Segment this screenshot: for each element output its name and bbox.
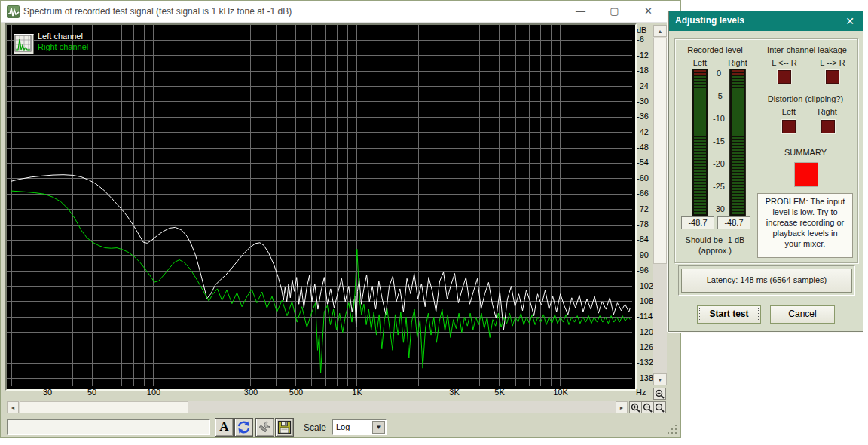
maximize-button[interactable]: ▢ [598, 1, 631, 22]
distortion-label: Distortion (clipping?) [753, 94, 858, 103]
leakage-rl-indicator [826, 70, 839, 84]
vertical-scroll-thumb[interactable] [653, 38, 667, 264]
dialog-title: Adjusting levels [675, 15, 744, 26]
latency-panel: Latency: 148 ms (6564 samples) [678, 265, 855, 296]
horizontal-scrollbar[interactable]: ◄ ► [7, 401, 628, 413]
leakage-rl-label: L --> R [810, 58, 855, 67]
window-title: Spectrum of recorded test signal (test s… [23, 6, 292, 17]
scroll-right-button[interactable]: ► [616, 401, 628, 413]
distortion-right-indicator [821, 120, 835, 134]
dialog-titlebar[interactable]: Adjusting levels ✕ [669, 11, 863, 31]
legend-right-channel: Right channel [38, 42, 88, 51]
distortion-left-indicator [782, 120, 796, 134]
horizontal-scroll-thumb[interactable] [20, 401, 188, 413]
scroll-down-button[interactable]: ▼ [653, 373, 667, 385]
comment-input[interactable] [7, 419, 210, 435]
left-level-meter [692, 69, 708, 216]
leakage-label: Inter-channel leakage [761, 45, 853, 54]
screen: Spectrum of recorded test signal (test s… [0, 0, 868, 445]
scale-label: Scale [304, 422, 326, 433]
problem-message: PROBLEM: The inputlevel is low. Try toin… [757, 193, 853, 258]
y-axis-unit: dB [637, 26, 646, 35]
font-button[interactable]: A [215, 418, 234, 437]
adjusting-levels-dialog: Adjusting levels ✕ Recorded level Left R… [668, 11, 863, 332]
spectrum-plot [7, 25, 632, 386]
recorded-right-label: Right [715, 58, 760, 67]
right-level-value: -48.7 [717, 216, 750, 229]
scroll-up-button[interactable]: ▲ [653, 25, 667, 37]
titlebar[interactable]: Spectrum of recorded test signal (test s… [1, 1, 680, 23]
wrench-button[interactable] [255, 418, 274, 437]
scale-dropdown[interactable]: Log ▼ [332, 419, 387, 435]
distortion-right-label: Right [805, 107, 850, 116]
refresh-button[interactable] [234, 418, 253, 437]
approx-label: (approx.) [670, 246, 760, 255]
left-level-value: -48.7 [681, 216, 714, 229]
x-axis-labels: 30501003005001K3K5K10K [7, 388, 632, 398]
latency-text: Latency: 148 ms (6564 samples) [681, 269, 852, 293]
save-button[interactable] [275, 418, 294, 437]
leakage-lr-indicator [778, 70, 791, 84]
x-axis-unit: Hz [636, 388, 646, 397]
legend-icon[interactable] [14, 34, 34, 54]
should-be-label: Should be -1 dB [670, 235, 760, 244]
dialog-close-button[interactable]: ✕ [842, 14, 858, 29]
close-button[interactable]: ✕ [631, 1, 665, 22]
zoom-out-vertical-button[interactable] [653, 401, 666, 413]
zoom-in-horizontal-button[interactable] [629, 401, 642, 413]
scroll-left-button[interactable]: ◄ [7, 401, 19, 413]
vertical-scrollbar[interactable]: ▲ ▼ [653, 25, 667, 385]
meter-scale: 0-5-10-15-20-25-30 [708, 69, 729, 231]
legend-left-channel: Left channel [38, 32, 83, 41]
spectrum-window: Spectrum of recorded test signal (test s… [0, 0, 681, 438]
minimize-button[interactable]: — [564, 1, 598, 22]
resize-grip[interactable] [668, 425, 678, 435]
leakage-lr-label: L <-- R [762, 58, 807, 67]
chevron-down-icon[interactable]: ▼ [372, 421, 385, 434]
scale-value: Log [336, 422, 350, 431]
zoom-out-horizontal-button[interactable] [641, 401, 654, 413]
summary-status-indicator [794, 162, 818, 187]
right-level-meter [729, 69, 746, 216]
zoom-in-vertical-button[interactable] [653, 388, 666, 400]
app-icon [7, 5, 20, 18]
start-test-button[interactable]: Start test [697, 305, 761, 324]
cancel-button[interactable]: Cancel [770, 305, 835, 324]
summary-label: SUMMARY [760, 148, 851, 157]
recorded-level-label: Recorded level [677, 45, 753, 54]
